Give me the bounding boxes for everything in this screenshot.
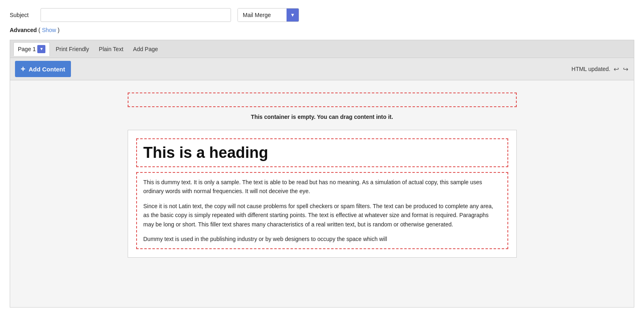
- toolbar-row: + Add Content HTML updated. ↩ ↪: [10, 58, 634, 80]
- tab-print-friendly[interactable]: Print Friendly: [51, 42, 93, 56]
- html-updated-text: HTML updated.: [571, 66, 610, 72]
- paragraph-1: This is dummy text. It is only a sample.…: [143, 178, 501, 196]
- chevron-down-icon: ▼: [39, 47, 43, 51]
- plus-icon: +: [21, 65, 26, 73]
- paragraph-3: Dummy text is used in the publishing ind…: [143, 235, 501, 243]
- undo-icon: ↩: [614, 66, 619, 73]
- tab-page1[interactable]: Page 1 ▼: [13, 42, 50, 56]
- heading-text: This is a heading: [143, 144, 268, 161]
- mail-merge-label: Mail Merge: [238, 9, 287, 22]
- add-content-label: Add Content: [29, 66, 65, 73]
- page-content-box: This is a heading This is dummy text. It…: [128, 130, 517, 258]
- content-area: This container is empty. You can drag co…: [10, 80, 634, 308]
- tab-add-page[interactable]: Add Page: [129, 42, 162, 56]
- tabs-bar: Page 1 ▼ Print Friendly Plain Text Add P…: [10, 40, 634, 58]
- tab-page1-dropdown-button[interactable]: ▼: [37, 45, 45, 53]
- undo-button[interactable]: ↩: [613, 65, 620, 74]
- subject-label: Subject: [10, 12, 34, 18]
- mail-merge-dropdown-button[interactable]: ▼: [287, 8, 299, 22]
- heading-block[interactable]: This is a heading: [136, 138, 508, 167]
- redo-button[interactable]: ↪: [622, 65, 629, 74]
- empty-container-message: This container is empty. You can drag co…: [18, 114, 626, 120]
- chevron-down-icon: ▼: [290, 12, 295, 18]
- add-content-button[interactable]: + Add Content: [15, 61, 71, 77]
- tab-plain-text[interactable]: Plain Text: [95, 42, 127, 56]
- text-block[interactable]: This is dummy text. It is only a sample.…: [136, 172, 508, 249]
- advanced-paren-close: ): [58, 27, 60, 33]
- empty-container[interactable]: [128, 93, 517, 107]
- mail-merge-wrapper: Mail Merge ▼: [237, 8, 299, 22]
- advanced-show-link[interactable]: Show: [42, 27, 56, 33]
- tab-page1-label: Page 1: [18, 46, 36, 52]
- advanced-label: Advanced: [10, 27, 37, 33]
- advanced-paren-open: (: [39, 27, 41, 33]
- subject-input[interactable]: [41, 8, 231, 22]
- html-updated-area: HTML updated. ↩ ↪: [571, 65, 629, 74]
- advanced-row: Advanced ( Show ): [10, 27, 634, 33]
- paragraph-2: Since it is not Latin text, the copy wil…: [143, 202, 501, 229]
- redo-icon: ↪: [623, 66, 628, 73]
